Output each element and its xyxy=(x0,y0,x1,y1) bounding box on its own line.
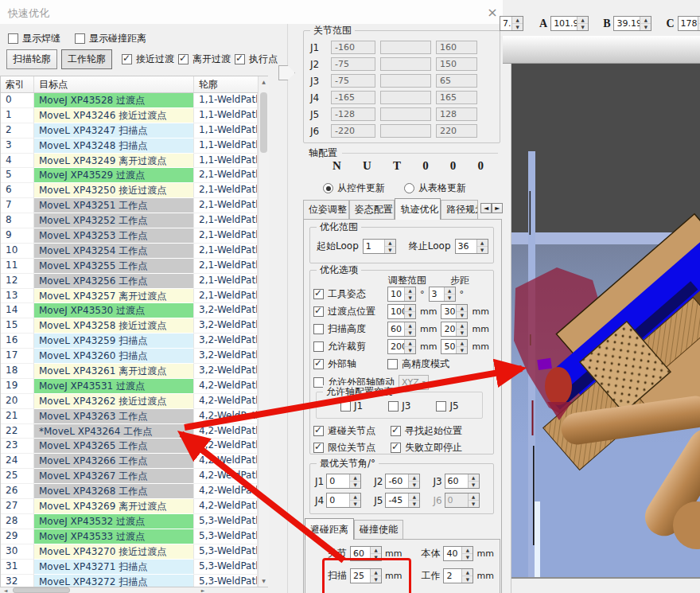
spinner-arrows[interactable] xyxy=(456,340,467,353)
tab-path-plan[interactable]: 路径规划 xyxy=(441,200,478,220)
show-weld-checkbox[interactable] xyxy=(8,33,18,44)
j6-spinner[interactable]: 0 xyxy=(445,493,480,508)
from-table-radio[interactable] xyxy=(404,183,414,193)
splitter-collapse-icon[interactable] xyxy=(278,65,295,80)
tab-trajectory-optimize[interactable]: 轨迹优化 xyxy=(395,198,441,220)
external-axis-checkbox[interactable] xyxy=(313,359,324,369)
spinner-arrows[interactable] xyxy=(404,340,415,353)
leave-transition-checkbox[interactable] xyxy=(178,54,189,64)
j5-spinner[interactable]: -45 xyxy=(385,493,420,508)
exec-point-checkbox[interactable] xyxy=(235,54,245,64)
spinner-arrows[interactable] xyxy=(404,305,415,318)
spinner-arrows[interactable] xyxy=(577,17,588,30)
table-row[interactable]: 24 MoveL XP43266 工作点 4,2-WeldPath xyxy=(1,454,267,469)
scan-height-range-spinner[interactable]: 60 xyxy=(387,322,416,337)
j4-spinner[interactable]: 0 xyxy=(326,493,361,508)
joint-mid-field[interactable] xyxy=(380,124,431,138)
spinner-arrows[interactable] xyxy=(640,17,651,30)
table-row[interactable]: 13 MoveL XP43257 离开过渡点 2,1-WeldPath xyxy=(1,289,267,304)
j1-spinner[interactable]: 0 xyxy=(326,474,361,489)
fail-stop-checkbox[interactable] xyxy=(391,443,401,453)
scan-profile-button[interactable]: 扫描轮廓 xyxy=(6,49,57,69)
table-row[interactable]: 21 MoveL XP43263 工作点 4,2-WeldPath xyxy=(1,409,267,424)
start-loop-spinner[interactable]: 1 xyxy=(363,239,396,254)
spinner-arrows[interactable] xyxy=(349,474,360,488)
table-row[interactable]: 18 MoveL XP43261 离开过渡点 3,2-WeldPath xyxy=(1,364,267,379)
spinner-arrows[interactable] xyxy=(456,305,467,318)
show-collision-checkbox[interactable] xyxy=(75,33,85,44)
joint-max-field[interactable]: 165 xyxy=(436,91,477,104)
spinner-arrows[interactable] xyxy=(444,287,455,301)
joint-min-field[interactable]: -75 xyxy=(331,57,375,71)
tool-pose-checkbox[interactable] xyxy=(313,289,324,299)
spinner-arrows[interactable] xyxy=(404,287,415,301)
mutation-j5-checkbox[interactable] xyxy=(436,401,446,412)
tab-scroll-right-icon[interactable]: ► xyxy=(492,203,503,213)
table-row[interactable]: 31 MoveL XP43271 扫描点 5,3-WeldPath xyxy=(1,560,267,575)
j2-spinner[interactable]: -60 xyxy=(385,474,420,489)
joint-mid-field[interactable] xyxy=(380,107,431,121)
table-row[interactable]: 30 MoveL XP43270 接近过渡点 5,3-WeldPath xyxy=(1,544,267,560)
approach-transition-checkbox[interactable] xyxy=(122,54,132,64)
spinner-arrows[interactable] xyxy=(408,494,419,507)
spinner-arrows[interactable] xyxy=(349,494,360,507)
spinner-arrows[interactable] xyxy=(404,322,415,336)
spinner-arrows[interactable] xyxy=(456,322,467,336)
table-row[interactable]: 20 MoveL XP43262 接近过渡点 4,2-WeldPath xyxy=(1,394,267,409)
transition-pos-range-spinner[interactable]: 100 xyxy=(387,304,416,319)
allow-crop-range-spinner[interactable]: 200 xyxy=(387,339,416,354)
spinner-arrows[interactable] xyxy=(698,17,700,30)
col-target[interactable]: 目标点 xyxy=(34,76,194,92)
table-row[interactable]: 6 MoveL XP43250 接近过渡点 2,1-WeldPath xyxy=(1,183,267,198)
find-start-checkbox[interactable] xyxy=(391,426,401,436)
table-row[interactable]: 14 MoveJ XP43530 过渡点 3,2-WeldPath xyxy=(1,303,267,318)
joint-mid-field[interactable] xyxy=(380,41,431,54)
table-row[interactable]: 1 MoveL XP43246 接近过渡点 1,1-WeldPath xyxy=(1,108,267,123)
b-axis-spinner[interactable]: 39.19 xyxy=(613,16,651,31)
follow-mode-dropdown[interactable]: XYZ ▾ xyxy=(399,375,429,390)
scrollbar-thumb[interactable] xyxy=(13,587,70,593)
work-profile-button[interactable]: 工作轮廓 xyxy=(61,49,112,69)
partial-coordinate-spinner[interactable]: 7. xyxy=(500,16,523,31)
spinner-arrows[interactable] xyxy=(468,494,479,507)
a-axis-spinner[interactable]: 101.9 xyxy=(550,16,589,31)
j3-spinner[interactable]: 60 xyxy=(445,474,480,489)
table-row[interactable]: 17 MoveL XP43260 扫描点 3,2-WeldPath xyxy=(1,349,267,364)
tab-collision-enable[interactable]: 碰撞使能 xyxy=(354,520,403,540)
joint-max-field[interactable]: 220 xyxy=(436,124,477,138)
table-row[interactable]: 4 MoveL XP43249 离开过渡点 1,1-WeldPath xyxy=(1,154,267,169)
table-row[interactable]: 32 MoveL XP43272 扫描点 5,3-WeldPath xyxy=(1,575,267,588)
transition-pos-step-spinner[interactable]: 30 xyxy=(441,304,468,319)
joint-min-field[interactable]: -160 xyxy=(331,41,375,54)
table-row[interactable]: 9 MoveL XP43253 工作点 2,1-WeldPath xyxy=(1,228,267,244)
table-row[interactable]: 10 MoveL XP43254 工作点 2,1-WeldPath xyxy=(1,244,267,259)
table-row[interactable]: 12 MoveL XP43256 工作点 2,1-WeldPath xyxy=(1,274,267,289)
joint-min-field[interactable]: -220 xyxy=(331,124,375,138)
table-row[interactable]: 2 MoveL XP43247 扫描点 1,1-WeldPath xyxy=(1,123,267,138)
table-horizontal-scrollbar[interactable]: ◄ ► xyxy=(0,587,208,593)
table-row[interactable]: 11 MoveL XP43255 工作点 2,1-WeldPath xyxy=(1,259,267,274)
transition-pos-checkbox[interactable] xyxy=(313,306,324,317)
spinner-arrows[interactable] xyxy=(384,240,395,253)
table-row[interactable]: 29 MoveJ XP43533 过渡点 5,3-WeldPath xyxy=(1,529,267,544)
joint-min-field[interactable]: -165 xyxy=(331,91,375,104)
spinner-arrows[interactable] xyxy=(408,474,419,488)
mutation-j3-checkbox[interactable] xyxy=(388,401,399,412)
table-row[interactable]: 22 *MoveL XP43264 工作点 4,2-WeldPath xyxy=(1,424,267,439)
table-vertical-scrollbar[interactable]: ▲ ▼ xyxy=(258,76,269,587)
table-row[interactable]: 27 MoveL XP43269 离开过渡点 4,2-WeldPath xyxy=(1,499,267,514)
table-row[interactable]: 7 MoveL XP43251 工作点 2,1-WeldPath xyxy=(1,198,267,213)
allow-crop-step-spinner[interactable]: 50 xyxy=(441,339,468,354)
table-row[interactable]: 26 MoveL XP43268 工作点 4,2-WeldPath xyxy=(1,484,267,499)
scroll-down-icon[interactable]: ▼ xyxy=(259,575,269,587)
tab-pose-adjust[interactable]: 位姿调整 xyxy=(303,200,349,220)
joint-mid-field[interactable] xyxy=(380,74,431,88)
spinner-arrows[interactable] xyxy=(511,17,523,30)
allow-crop-checkbox[interactable] xyxy=(313,341,324,352)
spinner-arrows[interactable] xyxy=(476,240,488,253)
scan-height-step-spinner[interactable]: 20 xyxy=(441,322,468,337)
scroll-left-icon[interactable]: ◄ xyxy=(0,587,11,593)
joint-min-field[interactable]: -75 xyxy=(331,74,375,88)
joint-max-field[interactable]: 150 xyxy=(436,57,477,71)
collision-body-spinner[interactable]: 40 xyxy=(443,546,473,561)
